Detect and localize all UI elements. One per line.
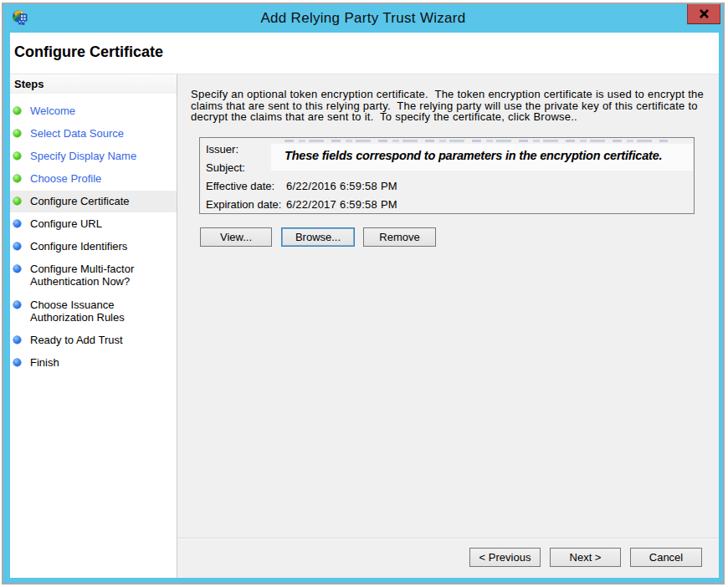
step-choose-issuance-rules[interactable]: Choose Issuance Authorization Rules — [10, 299, 177, 324]
covered-text-remnant — [285, 140, 668, 142]
step-status-icon — [13, 242, 21, 250]
page-header: Configure Certificate — [10, 33, 719, 74]
step-status-icon — [13, 175, 21, 182]
remove-button[interactable]: Remove — [363, 227, 436, 247]
step-status-icon — [13, 265, 21, 273]
step-configure-url[interactable]: Configure URL — [10, 217, 177, 230]
footer-separator — [178, 538, 718, 539]
next-button[interactable]: Next > — [550, 548, 621, 567]
wizard-window: Add Relying Party Trust Wizard Configure… — [2, 3, 725, 584]
step-choose-profile[interactable]: Choose Profile — [10, 172, 177, 185]
main-pane: Specify an optional token encryption cer… — [177, 74, 719, 578]
window-title: Add Relying Party Trust Wizard — [3, 4, 723, 33]
wizard-body: Configure Certificate Steps Welcome Sele… — [10, 33, 719, 578]
certificate-groupbox: Issuer: Subject: Effective date: 6/22/20… — [199, 137, 695, 214]
step-status-icon — [13, 301, 21, 309]
step-status-icon — [13, 107, 21, 115]
cancel-button[interactable]: Cancel — [630, 548, 702, 567]
step-finish[interactable]: Finish — [10, 356, 177, 369]
step-status-icon — [13, 359, 21, 366]
step-status-icon — [13, 152, 21, 160]
step-ready-to-add-trust[interactable]: Ready to Add Trust — [10, 334, 177, 346]
previous-button[interactable]: < Previous — [469, 548, 541, 567]
annotation-text: These fields correspond to parameters in… — [285, 149, 662, 162]
step-status-icon — [13, 220, 21, 227]
browse-button[interactable]: Browse... — [281, 227, 355, 247]
step-status-icon — [13, 336, 21, 344]
steps-heading: Steps — [10, 74, 177, 94]
step-specify-display-name[interactable]: Specify Display Name — [10, 150, 177, 162]
steps-list: Welcome Select Data Source Specify Displ… — [10, 105, 177, 379]
step-configure-multifactor[interactable]: Configure Multi-factor Authentication No… — [10, 263, 177, 288]
steps-sidebar: Steps Welcome Select Data Source Specify… — [10, 74, 177, 578]
step-select-data-source[interactable]: Select Data Source — [10, 127, 177, 140]
close-button[interactable] — [687, 4, 720, 24]
step-status-icon — [13, 130, 21, 137]
step-welcome[interactable]: Welcome — [10, 105, 177, 117]
step-configure-identifiers[interactable]: Configure Identifiers — [10, 240, 177, 253]
annotation-overlay: These fields correspond to parameters in… — [271, 144, 693, 171]
titlebar: Add Relying Party Trust Wizard — [3, 4, 723, 33]
view-button[interactable]: View... — [200, 227, 272, 247]
step-configure-certificate[interactable]: Configure Certificate — [10, 191, 177, 212]
step-status-icon — [13, 197, 21, 205]
page-title: Configure Certificate — [14, 43, 163, 61]
page-description: Specify an optional token encryption cer… — [191, 89, 719, 123]
close-icon — [699, 8, 710, 19]
